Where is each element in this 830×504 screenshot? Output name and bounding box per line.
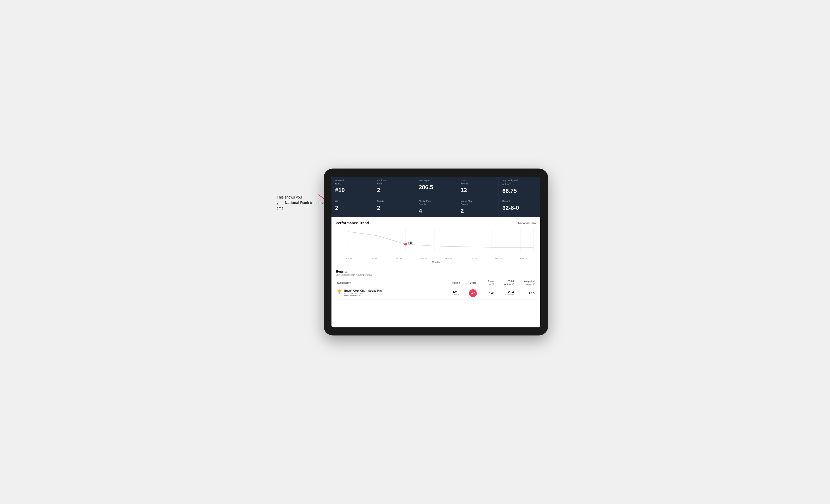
chart-svg: #10: [336, 228, 536, 257]
stat-stroke-play-events: Stroke PlayEvents 4: [415, 197, 457, 217]
col-position: Position: [446, 279, 465, 287]
stat-regional-rank: RegionalRank 2: [373, 177, 415, 197]
total-points-sub: 3 Rounds: [498, 294, 514, 296]
stat-top3s: Top 3s 2: [373, 197, 415, 217]
event-sg-cell: 0.45: [481, 287, 496, 299]
weighted-points-cell: 28.3: [515, 287, 536, 299]
event-position-sub: out of 7: [447, 294, 463, 296]
annotation-line1: This shows you: [277, 195, 302, 199]
total-points-value: 28.3: [498, 290, 514, 294]
stat-total-rounds: TotalRounds 12: [457, 177, 499, 197]
events-table: Event Name Position Score EventSG ⓘ Tota…: [336, 279, 536, 300]
col-weighted-points: WeightedPoints ⓘ: [515, 279, 536, 287]
event-date: Oct 9 - Oct 10, 2023: [344, 292, 382, 295]
chart-months-label: Months: [336, 261, 536, 264]
col-event-name: Event Name: [336, 279, 446, 287]
trophy-icon: 🏆: [337, 289, 342, 294]
stat-record: Record 32-8-0: [499, 197, 540, 217]
table-row: 🏆 Buster Cozy Cup – Stroke Play Oct 9 - …: [336, 287, 536, 299]
tablet-device: NationalRank #10 RegionalRank 2 Scoring …: [324, 169, 548, 335]
stat-scoring-avg: Scoring Avg. 286.5: [415, 177, 457, 197]
score-badge: -22: [469, 289, 477, 297]
rank-impact: Rank Impact: 3 ▼: [344, 295, 382, 297]
perf-title: Performance Trend: [336, 221, 369, 225]
events-last-updated: Last updated: 24th November 2023: [336, 274, 536, 276]
stat-wins: Wins 2: [331, 197, 373, 217]
event-position: 6th: [447, 290, 463, 294]
stat-avg-weighted-points: Avg. WeightedPoints ⓘ 68.75: [499, 177, 540, 197]
performance-chart: #10: [336, 228, 536, 257]
stats-header: NationalRank #10 RegionalRank 2 Scoring …: [331, 177, 540, 217]
col-total-points: TotalPoints ⓘ: [496, 279, 515, 287]
score-cell: -22: [465, 287, 482, 299]
event-name-cell: 🏆 Buster Cozy Cup – Stroke Play Oct 9 - …: [336, 287, 446, 299]
svg-point-10: [404, 243, 407, 245]
stat-match-play-events: Match PlayEvents 2: [457, 197, 499, 217]
table-header-row: Event Name Position Score EventSG ⓘ Tota…: [336, 279, 536, 287]
stat-national-rank: NationalRank #10: [331, 177, 373, 197]
perf-rank-label: National Rank: [518, 222, 536, 225]
tablet-screen: NationalRank #10 RegionalRank 2 Scoring …: [331, 177, 540, 327]
event-name: Buster Cozy Cup – Stroke Play: [344, 289, 382, 292]
col-event-sg: EventSG ⓘ: [481, 279, 496, 287]
total-points-cell: 28.3 3 Rounds: [496, 287, 515, 299]
annotation-line2: your: [277, 201, 285, 205]
chart-x-axis: OCT 23 NOV 23 DEC 23 JAN 24 FEB 24 MAR 2…: [336, 257, 536, 260]
col-score: Score: [465, 279, 482, 287]
annotation-bold: National Rank: [285, 201, 309, 205]
weighted-points-value: 28.3: [517, 292, 535, 295]
perf-header: Performance Trend National Rank: [336, 221, 536, 225]
svg-text:#10: #10: [408, 241, 413, 244]
rank-impact-arrow: ▼: [359, 295, 361, 297]
stats-row-2: Wins 2 Top 3s 2 Stroke PlayEvents 4 Matc…: [331, 197, 540, 217]
performance-trend-section: Performance Trend National Rank: [331, 217, 540, 266]
events-title: Events: [336, 269, 536, 274]
events-section: Events Last updated: 24th November 2023 …: [331, 266, 540, 327]
annotation-text: This shows you your National Rank trend …: [277, 195, 329, 211]
position-cell: 6th out of 7: [446, 287, 465, 299]
stats-row-1: NationalRank #10 RegionalRank 2 Scoring …: [331, 177, 540, 197]
event-sg-value: 0.45: [483, 292, 494, 295]
